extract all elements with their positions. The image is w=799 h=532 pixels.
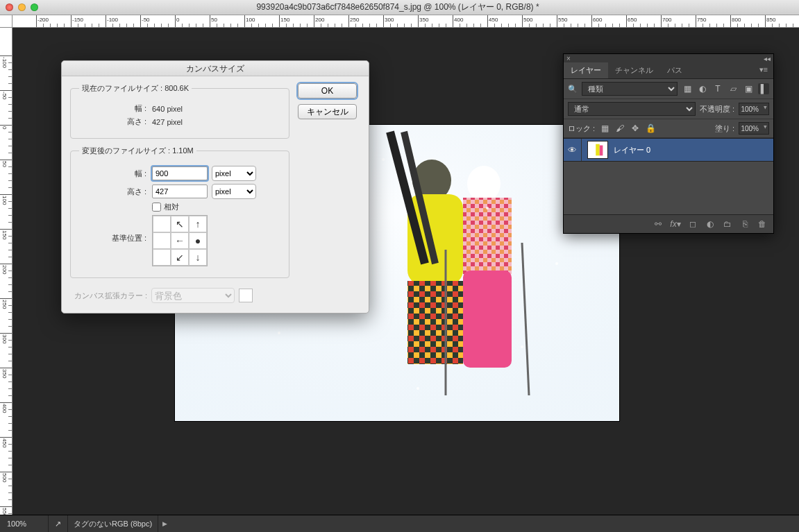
canvas-size-dialog: カンバスサイズ 現在のファイルサイズ : 800.6K 幅 :640 pixel… <box>61 60 369 314</box>
current-height-value: 427 pixel <box>152 118 183 126</box>
current-width-value: 640 pixel <box>152 105 183 113</box>
filter-adjust-icon[interactable]: ◐ <box>697 83 708 94</box>
horizontal-ruler[interactable]: -200-150-100-500501001502002503003504004… <box>12 15 799 28</box>
layer-mask-icon[interactable]: ◻ <box>687 218 698 230</box>
ruler-origin[interactable] <box>0 15 12 28</box>
opacity-input[interactable] <box>739 103 769 115</box>
delete-layer-icon[interactable]: 🗑 <box>757 218 768 230</box>
new-layer-icon[interactable]: ⎘ <box>739 218 750 230</box>
svg-point-11 <box>467 166 501 202</box>
fill-input[interactable] <box>739 122 769 135</box>
anchor-t[interactable]: ↖ <box>171 216 189 232</box>
document-title: 993920a4c9b073a6cf7848e62650f874_s.jpg @… <box>38 1 799 13</box>
opacity-label: 不透明度 : <box>700 104 734 114</box>
lock-transparency-icon[interactable]: ▦ <box>599 123 610 134</box>
traffic-lights <box>0 3 38 11</box>
anchor-c[interactable]: ← <box>171 232 189 249</box>
filter-pixel-icon[interactable]: ▦ <box>682 83 693 94</box>
new-size-group: 変更後のファイルサイズ : 1.10M 幅 : pixel 高さ : pixel… <box>70 146 289 278</box>
ok-button[interactable]: OK <box>298 83 357 98</box>
svg-point-25 <box>278 332 280 334</box>
anchor-br[interactable]: ↓ <box>189 249 207 266</box>
dialog-title: カンバスサイズ <box>62 61 369 76</box>
anchor-grid: ↖ ↑ ← ● ↙ ↓ <box>152 215 208 266</box>
layer-group-icon[interactable]: 🗀 <box>722 218 733 230</box>
vertical-ruler[interactable]: -100-50050100150200250300350400450500550 <box>0 28 12 515</box>
panel-close-icon[interactable]: × <box>566 55 571 62</box>
layer-name[interactable]: レイヤー 0 <box>614 145 650 155</box>
extension-color-swatch[interactable] <box>239 289 253 302</box>
layers-panel: × ◂◂ レイヤー チャンネル パス ▾≡ 🔍 種類 ▦ ◐ T ▱ ▣ ▌ 通… <box>563 53 774 234</box>
current-size-group: 現在のファイルサイズ : 800.6K 幅 :640 pixel 高さ :427… <box>70 83 289 139</box>
panel-collapse-icon[interactable]: ◂◂ <box>764 55 771 62</box>
panel-footer: ⚯ fx▾ ◻ ◐ 🗀 ⎘ 🗑 <box>564 214 773 233</box>
new-width-input[interactable] <box>152 166 208 180</box>
cancel-button[interactable]: キャンセル <box>298 104 357 119</box>
layer-filter-kind[interactable]: 種類 <box>582 82 678 96</box>
window-titlebar: 993920a4c9b073a6cf7848e62650f874_s.jpg @… <box>0 0 799 15</box>
new-width-label: 幅 : <box>79 169 152 179</box>
svg-rect-30 <box>596 144 600 156</box>
anchor-bl[interactable] <box>153 249 171 266</box>
layer-row[interactable]: 👁 レイヤー 0 <box>564 138 773 162</box>
layer-fx-icon[interactable]: fx▾ <box>670 218 681 230</box>
anchor-b[interactable]: ↙ <box>171 249 189 266</box>
fill-label: 塗り : <box>715 123 734 134</box>
tab-paths[interactable]: パス <box>660 62 689 78</box>
extension-color-label: カンバス拡張カラー : <box>74 291 147 301</box>
filter-shape-icon[interactable]: ▱ <box>727 83 739 94</box>
relative-checkbox[interactable] <box>152 203 161 212</box>
new-size-legend: 変更後のファイルサイズ : 1.10M <box>79 146 196 156</box>
zoom-field[interactable]: 100% <box>0 515 49 532</box>
anchor-label: 基準位置 : <box>79 215 152 243</box>
blend-mode-select[interactable]: 通常 <box>568 102 696 116</box>
lock-all-icon[interactable]: 🔒 <box>645 123 656 134</box>
export-icon[interactable]: ↗ <box>49 515 68 532</box>
filter-smart-icon[interactable]: ▣ <box>743 83 754 94</box>
anchor-r[interactable]: ● <box>189 232 207 249</box>
document-info[interactable]: タグのないRGB (8bpc) <box>68 515 158 532</box>
panel-menu-icon[interactable]: ▾≡ <box>754 62 773 78</box>
svg-rect-5 <box>407 281 463 364</box>
filter-type-icon[interactable]: T <box>712 83 723 94</box>
svg-point-26 <box>521 345 523 348</box>
layer-thumbnail[interactable] <box>587 141 608 159</box>
new-height-input[interactable] <box>152 185 208 198</box>
adjustment-layer-icon[interactable]: ◐ <box>705 218 716 230</box>
minimize-window-button[interactable] <box>18 3 26 11</box>
svg-point-23 <box>486 207 489 209</box>
tab-channels[interactable]: チャンネル <box>608 62 660 78</box>
svg-point-22 <box>382 158 385 161</box>
anchor-tr[interactable]: ↑ <box>189 216 207 232</box>
anchor-tl[interactable] <box>153 216 171 232</box>
height-unit-select[interactable]: pixel <box>212 184 256 199</box>
layer-list: 👁 レイヤー 0 <box>564 138 773 214</box>
status-bar: 100% ↗ タグのないRGB (8bpc) ▶ <box>0 515 799 532</box>
link-layers-icon[interactable]: ⚯ <box>653 218 664 230</box>
svg-point-27 <box>417 387 419 390</box>
current-height-label: 高さ : <box>79 117 152 127</box>
lock-position-icon[interactable]: ✥ <box>630 123 641 134</box>
zoom-window-button[interactable] <box>31 3 38 11</box>
info-popup-icon[interactable]: ▶ <box>158 520 171 527</box>
svg-point-24 <box>555 262 558 265</box>
current-size-legend: 現在のファイルサイズ : 800.6K <box>79 83 192 94</box>
lock-pixels-icon[interactable]: 🖌 <box>614 123 625 134</box>
filter-toggle-icon[interactable]: ▌ <box>758 83 769 94</box>
new-height-label: 高さ : <box>79 187 152 197</box>
anchor-l[interactable] <box>153 232 171 249</box>
relative-label: 相対 <box>164 202 179 212</box>
svg-rect-31 <box>600 146 603 156</box>
extension-color-select[interactable]: 背景色 <box>151 288 235 303</box>
width-unit-select[interactable]: pixel <box>212 166 256 181</box>
layer-visibility-icon[interactable]: 👁 <box>564 139 582 161</box>
tab-layers[interactable]: レイヤー <box>564 62 608 78</box>
current-width-label: 幅 : <box>79 103 152 114</box>
svg-rect-17 <box>463 271 512 368</box>
close-window-button[interactable] <box>6 3 13 11</box>
lock-label: ロック : <box>568 123 595 134</box>
